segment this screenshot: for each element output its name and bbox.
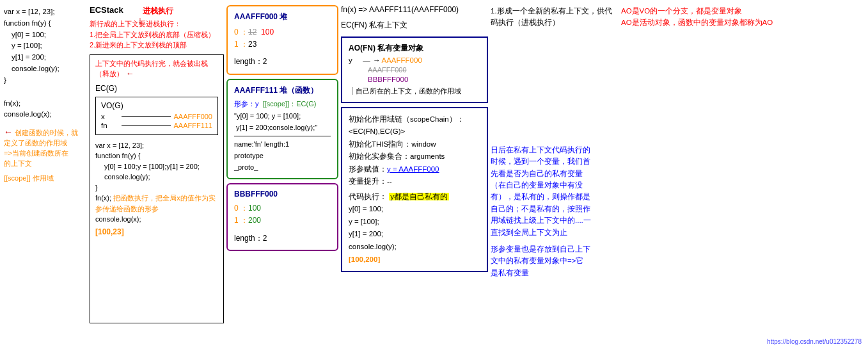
code-line-7: }: [4, 75, 87, 86]
ao-exec-box: 初始化作用域链（scopeChain）：<EC(FN),EC(G)> 初始化TH…: [341, 107, 488, 273]
exec-label-row: 代码执行： y都是自己私有的: [349, 191, 480, 204]
heap-bbbfff000-length: length：2: [234, 232, 331, 245]
heap-bbbfff000-row0: 0 ：100: [234, 202, 331, 215]
ao-y-val2: BBBFFF000: [368, 76, 408, 83]
vo-fn-row: fn AAAFFF111: [101, 122, 212, 129]
scope-chain-row: 初始化作用域链（scopeChain）：<EC(FN),EC(G)>: [349, 113, 480, 138]
ecstack-column: ECStack 进栈执行 ↓ 新行成的上下文要进栈执行： 1.把全局上下文放到栈…: [90, 4, 224, 345]
heap-aaafff111-title: AAAFFF111 堆（函数）: [234, 85, 331, 96]
code-line-6: console.log(y);: [4, 63, 87, 75]
heap-aaafff000-row0: 0 ：12 100: [234, 26, 331, 38]
ecstack-note: 新行成的上下文要进栈执行： 1.把全局上下文放到栈的底部（压缩栈） 2.新进来的…: [90, 19, 224, 51]
heap-aaafff111-param: 形参：y [[scope]]：EC(G): [234, 99, 331, 110]
heap-aaafff111: AAAFFF111 堆（函数） 形参：y [[scope]]：EC(G) "y[…: [226, 79, 338, 180]
heap-bbbfff000: BBBFFF000 0 ：100 1 ：200 length：2: [226, 183, 338, 251]
ecstack-title: ECStack: [90, 5, 123, 15]
code-fn-call: fn(x);: [4, 98, 87, 110]
desc2-line2: AO是活动对象，函数中的变量对象都称为AO: [621, 17, 864, 28]
desc1-column: 1.形成一个全新的私有上下文，供代码执行（进栈执行） 日后在私有上下文代码执行的…: [491, 4, 619, 345]
heap-aaafff111-name: name:'fn' length:1: [234, 139, 331, 150]
heap-aaafff111-proto: _proto_: [234, 162, 331, 174]
exec-y-assign: y = [100];: [349, 216, 480, 229]
fn-call-line: fn(x) => AAAFFF111(AAAFFF000): [341, 5, 488, 14]
heap-bbbfff000-row1: 1 ：200: [234, 215, 331, 227]
exec-label: 进栈执行 ↓: [143, 6, 173, 17]
desc1-line1: 1.形成一个全新的私有上下文，供代码执行（进栈执行）: [491, 5, 619, 29]
heap-aaafff111-divider: [234, 136, 331, 136]
exec-y0: y[0] = 100;: [349, 203, 480, 216]
ao-fn-box: AO(FN) 私有变量对象 y — → AAAFFF000 AAAFFF000 …: [341, 37, 488, 103]
code-line-4: y = [100];: [4, 40, 87, 52]
vo-title: VO(G): [101, 101, 212, 110]
code-line-1: var x = [12, 23];: [4, 6, 87, 18]
code-line-5: y[1] = 200;: [4, 52, 87, 63]
exec-result: [100,200]: [349, 254, 480, 266]
left-arrow-note: ← 创建函数的时候，就定义了函数的作用域=>当前创建函数所在的上下文: [4, 126, 87, 169]
desc1-ao-note: 日后在私有上下文代码执行的 时候，遇到一个变量，我们首 先看是否为自己的私有变量…: [491, 144, 619, 238]
code-console: console.log(x);: [4, 109, 87, 120]
vo-x-row: x AAAFFF000: [101, 113, 212, 120]
heap-aaafff000-row1: 1 ：23: [234, 38, 331, 51]
scope-label: [[scope]] 作用域: [4, 173, 87, 184]
ao-fn-title: AO(FN) 私有变量对象: [349, 43, 480, 54]
heap-bbbfff000-title: BBBFFF000: [234, 190, 331, 199]
ao-y-key: y: [349, 56, 361, 64]
ec-fn-label: EC(FN) 私有上下文: [341, 20, 488, 31]
vo-x-key: x: [101, 113, 119, 120]
out-stack-note: 上下文中的代码执行完，就会被出栈（释放） ←: [95, 59, 218, 79]
code-blank: [4, 86, 87, 98]
ao-y-val1: AAAFFF000: [382, 56, 422, 64]
heap-aaafff000-title: AAAFFF000 堆: [234, 12, 331, 22]
desc1-param-note: 形参变量也是存放到自己上下 文中的私有变量对象中=>它 是私有变量: [491, 243, 619, 279]
args-init-row: 初始化实参集合：arguments: [349, 150, 480, 163]
ecg-label: EC(G): [95, 84, 218, 93]
heap-aaafff000-length: length：2: [234, 56, 331, 68]
own-private-label: y都是自己私有的: [389, 193, 449, 200]
vo-box: VO(G) x AAAFFF000 fn AAAFFF111: [95, 97, 218, 135]
desc2-column: AO是VO的一个分支，都是变量对象 AO是活动对象，函数中的变量对象都称为AO: [621, 4, 864, 345]
heap-column: AAAFFF000 堆 0 ：12 100 1 ：23 length：2 AAA…: [226, 4, 338, 345]
exec-y1: y[1] = 200;: [349, 228, 480, 241]
heap-aaafff111-prototype: prototype: [234, 150, 331, 162]
ao-y-val2-row: BBBFFF000: [349, 76, 480, 83]
vo-fn-key: fn: [101, 122, 119, 129]
ao-y-row2: AAAFFF000: [349, 66, 480, 74]
ecstack-box: 上下文中的代码执行完，就会被出栈（释放） ← EC(G) VO(G) x AAA…: [90, 54, 224, 323]
code-line-3: y[0] = 100;: [4, 29, 87, 41]
ao-column: fn(x) => AAAFFF111(AAAFFF000) EC(FN) 私有上…: [341, 4, 488, 345]
code-line-2: function fn(y) {: [4, 18, 87, 29]
ao-y-row: y — → AAAFFF000: [349, 56, 480, 64]
exec-console: console.log(y);: [349, 241, 480, 254]
hoist-row: 变量提升：--: [349, 175, 480, 188]
this-init-row: 初始化THIS指向：window: [349, 138, 480, 151]
left-code-column: var x = [12, 23]; function fn(y) { y[0] …: [4, 4, 87, 345]
watermark: https://blog.csdn.net/u012352278: [767, 338, 862, 345]
bracket-val: [100,23]: [95, 227, 218, 236]
ecstack-code-snippet: var x = [12, 23]; function fn(y) { y[0] …: [95, 140, 218, 225]
desc2-line1: AO是VO的一个分支，都是变量对象: [621, 5, 864, 17]
vo-fn-val: AAAFFF111: [173, 122, 212, 129]
param-assign-row: 形参赋值：y = AAAFFF000: [349, 163, 480, 176]
heap-aaafff000: AAAFFF000 堆 0 ：12 100 1 ：23 length：2: [226, 5, 338, 75]
heap-aaafff111-body: "y[0] = 100; y = [100]; y[1] = 200;conso…: [234, 111, 331, 133]
vo-x-val: AAAFFF000: [173, 113, 212, 120]
ao-scope-note: 自己所在的上下文，函数的作用域: [349, 86, 480, 97]
